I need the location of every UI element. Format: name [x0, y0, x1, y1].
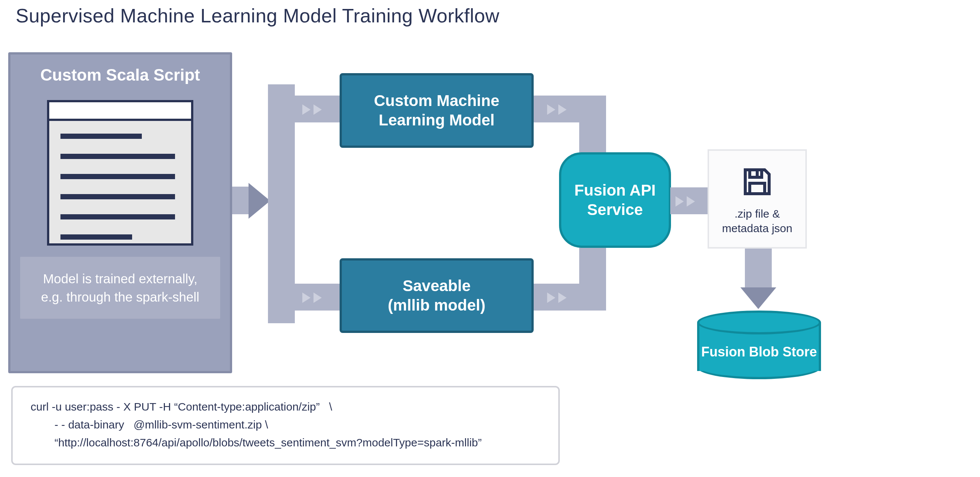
chevrons-icon: ▶▶	[302, 289, 321, 305]
scala-script-panel: Custom Scala Script Model is trained ext…	[8, 52, 232, 373]
arrow-head-down-icon	[740, 288, 776, 309]
custom-ml-model-box: Custom Machine Learning Model	[340, 73, 534, 148]
trained-model-bar	[268, 84, 295, 323]
curl-command-box: curl -u user:pass - X PUT -H “Content-ty…	[11, 386, 560, 465]
zip-file-card: .zip file & metadata json	[708, 149, 807, 248]
fusion-blob-store-node: Fusion Blob Store	[697, 310, 821, 379]
fusion-blob-store-label: Fusion Blob Store	[697, 344, 821, 360]
curl-line-2: - - data-binary @mllib-svm-sentiment.zip…	[30, 416, 540, 434]
curl-line-1: curl -u user:pass - X PUT -H “Content-ty…	[30, 398, 540, 416]
connector-custom-to-api-v	[579, 95, 606, 159]
script-window-titlebar	[49, 102, 191, 121]
fusion-api-service-node: Fusion API Service	[559, 152, 671, 248]
zip-file-label: .zip file & metadata json	[722, 207, 792, 235]
connector-zip-to-blob	[745, 248, 772, 289]
saveable-model-box: Saveable (mllib model)	[340, 258, 534, 333]
chevrons-icon: ▶▶	[302, 101, 321, 116]
script-lines-icon	[49, 121, 191, 240]
chevrons-icon: ▶▶	[675, 192, 694, 208]
arrow-head-icon	[248, 183, 270, 219]
chevrons-icon: ▶▶	[546, 289, 566, 305]
floppy-disk-icon	[739, 164, 775, 201]
curl-line-3: “http://localhost:8764/api/apollo/blobs/…	[30, 434, 540, 452]
page-title: Supervised Machine Learning Model Traini…	[16, 5, 500, 27]
scala-script-heading: Custom Scala Script	[10, 66, 230, 84]
scala-script-caption: Model is trained externally, e.g. throug…	[20, 257, 220, 319]
chevrons-icon: ▶▶	[546, 101, 566, 116]
connector-scala-to-trained	[232, 187, 251, 214]
svg-rect-1	[750, 183, 765, 194]
script-window-icon	[47, 100, 193, 246]
connector-saveable-to-api-v	[579, 243, 606, 310]
